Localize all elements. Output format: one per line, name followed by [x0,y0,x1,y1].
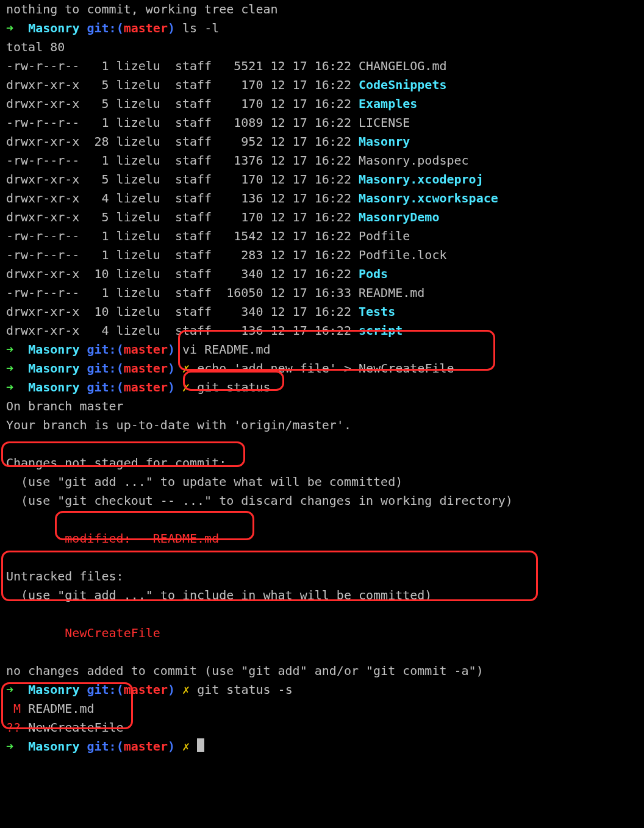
prompt-repo: Masonry [28,21,79,35]
prompt-arrow: ➜ [6,739,13,754]
prompt-repo: Masonry [28,682,79,697]
cmd-vi: vi README.md [182,342,271,357]
short-status-row: ?? NewCreateFile [6,718,638,737]
ls-row: drwxr-xr-x 5 lizelu staff 170 12 17 16:2… [6,208,638,227]
prompt-git: git:( [87,739,123,754]
cmd-ls: ls -l [182,21,219,35]
status-hint-checkout: (use "git checkout -- ..." to discard ch… [6,491,638,510]
ls-row: drwxr-xr-x 4 lizelu staff 136 12 17 16:2… [6,189,638,208]
prompt-dirty-flag: ✗ [182,380,190,394]
ls-row: drwxr-xr-x 5 lizelu staff 170 12 17 16:2… [6,76,638,95]
ls-row: drwxr-xr-x 10 lizelu staff 340 12 17 16:… [6,265,638,284]
prompt-dirty-flag: ✗ [182,739,190,754]
prompt-repo: Masonry [28,380,79,394]
cmd-git-status: git status [197,380,270,394]
status-on-branch: On branch master [6,397,638,416]
prompt-branch: master [124,21,168,35]
status-unstaged-header: Changes not staged for commit: [6,454,638,473]
ls-total: total 80 [6,38,638,57]
status-hint-add: (use "git add ..." to update what will b… [6,473,638,491]
status-uptodate: Your branch is up-to-date with 'origin/m… [6,416,638,435]
ls-row: drwxr-xr-x 5 lizelu staff 170 12 17 16:2… [6,170,638,189]
prompt-repo: Masonry [28,361,79,376]
ls-filename: script [359,323,402,338]
ls-row: drwxr-xr-x 5 lizelu staff 170 12 17 16:2… [6,95,638,113]
prompt-close: ) [168,682,175,697]
prompt-close: ) [168,739,175,754]
ls-filename: Pods [359,266,388,281]
ls-row: drwxr-xr-x 4 lizelu staff 136 12 17 16:2… [6,321,638,340]
cmd-echo: echo 'add new file' > NewCreateFile [197,361,454,376]
status-no-changes: no changes added to commit (use "git add… [6,662,638,680]
prompt-git: git:( [87,361,123,376]
status-hint-untracked: (use "git add ..." to include in what wi… [6,586,638,605]
ls-filename: Masonry.xcworkspace [359,191,498,205]
ls-row: -rw-r--r-- 1 lizelu staff 1542 12 17 16:… [6,227,638,246]
ls-filename: CodeSnippets [359,77,447,92]
status-untracked-file: NewCreateFile [65,626,160,640]
status-untracked-header: Untracked files: [6,567,638,586]
prompt-arrow: ➜ [6,361,13,376]
ls-filename: Masonry.xcodeproj [359,172,484,187]
prompt-git: git:( [87,682,123,697]
ls-row: drwxr-xr-x 28 lizelu staff 952 12 17 16:… [6,132,638,151]
prompt-repo: Masonry [28,739,79,754]
prompt-arrow: ➜ [6,21,13,35]
ls-filename: Podfile [359,229,410,243]
prompt-git: git:( [87,21,123,35]
ls-row: -rw-r--r-- 1 lizelu staff 16050 12 17 16… [6,284,638,302]
prompt-close: ) [168,361,175,376]
prompt-close: ) [168,21,175,35]
prompt-branch: master [124,361,168,376]
prompt-branch: master [124,342,168,357]
ls-filename: LICENSE [359,115,410,130]
cmd-git-status-s: git status -s [197,682,293,697]
prompt-close: ) [168,380,175,394]
ls-filename: Tests [359,304,395,319]
prompt-branch: master [124,380,168,394]
prompt-dirty-flag: ✗ [182,682,190,697]
ls-filename: CHANGELOG.md [359,59,447,73]
prompt-branch: master [124,739,168,754]
ls-filename: Masonry.podspec [359,153,469,168]
ls-row: -rw-r--r-- 1 lizelu staff 283 12 17 16:2… [6,246,638,265]
prompt-arrow: ➜ [6,380,13,394]
ls-row: -rw-r--r-- 1 lizelu staff 1376 12 17 16:… [6,151,638,170]
ls-row: drwxr-xr-x 10 lizelu staff 340 12 17 16:… [6,302,638,321]
ls-row: -rw-r--r-- 1 lizelu staff 1089 12 17 16:… [6,113,638,132]
prompt-repo: Masonry [28,342,79,357]
ls-filename: README.md [359,285,424,300]
prompt-arrow: ➜ [6,682,13,697]
prompt-close: ) [168,342,175,357]
terminal-output[interactable]: nothing to commit, working tree clean➜ M… [0,0,644,756]
ls-row: -rw-r--r-- 1 lizelu staff 5521 12 17 16:… [6,57,638,76]
prompt-git: git:( [87,342,123,357]
ls-filename: Examples [359,96,417,111]
prompt-dirty-flag: ✗ [182,361,190,376]
ls-filename: Masonry [359,134,410,149]
cursor [197,738,204,752]
prompt-git: git:( [87,380,123,394]
ls-filename: MasonryDemo [359,210,439,224]
ls-filename: Podfile.lock [359,248,447,262]
status-clean-msg: nothing to commit, working tree clean [6,0,638,19]
prompt-arrow: ➜ [6,342,13,357]
status-modified: modified: README.md [65,531,219,546]
short-status-row: M README.md [6,699,638,718]
prompt-branch: master [124,682,168,697]
